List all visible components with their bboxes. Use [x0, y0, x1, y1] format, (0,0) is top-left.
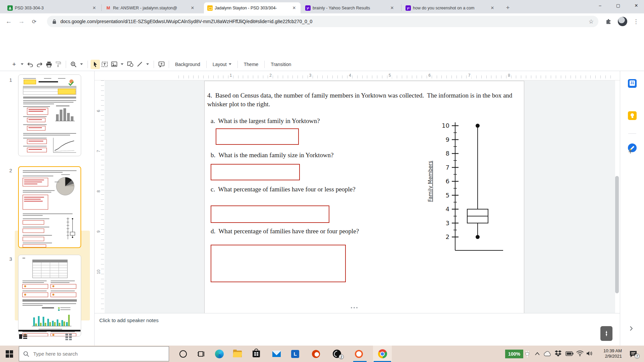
origin-icon[interactable]: [351, 346, 367, 362]
insert-comment-icon[interactable]: [157, 60, 166, 69]
slide-number-3: 3: [7, 256, 14, 262]
slides-header: Jadalynn Stayton - PSD 303/304-3 Reading…: [0, 29, 644, 58]
question-b-text[interactable]: b. What is the median family size in Yor…: [211, 152, 333, 159]
edge-icon[interactable]: [211, 346, 227, 362]
speaker-icon[interactable]: [586, 351, 593, 356]
xbox-icon[interactable]: 2: [329, 346, 345, 362]
clock[interactable]: 10:39 AM 2/9/2021: [596, 348, 622, 359]
slide-thumbnail-3[interactable]: [18, 255, 81, 337]
filmstrip-scrollbar[interactable]: [18, 330, 80, 331]
ruler-ticks: [178, 75, 611, 78]
new-slide-button[interactable]: +: [9, 60, 19, 69]
question-a-text[interactable]: a. What is the largest family in Yorktow…: [211, 117, 320, 125]
redo-icon[interactable]: [35, 60, 44, 69]
window-maximize-button[interactable]: ▢: [610, 0, 626, 11]
tab-close-icon[interactable]: ✕: [291, 5, 297, 11]
answer-box-b[interactable]: [211, 164, 300, 180]
add-addon-icon[interactable]: +: [628, 147, 633, 156]
browser-tab-5[interactable]: y! how do you screenshot on a com ✕: [402, 2, 499, 13]
window-close-button[interactable]: ✕: [629, 0, 644, 11]
answer-box-c[interactable]: [211, 205, 329, 223]
question-4-text[interactable]: 4. Based on Census data, the number of f…: [207, 91, 521, 109]
keep-icon[interactable]: [628, 111, 637, 120]
textbox-icon[interactable]: [100, 60, 109, 69]
dropbox-icon[interactable]: [555, 350, 561, 357]
paint-format-icon[interactable]: [54, 60, 63, 69]
task-view-icon[interactable]: [193, 346, 209, 362]
image-icon[interactable]: [109, 60, 119, 69]
svg-text:2: 2: [446, 233, 449, 240]
background-button[interactable]: Background: [172, 60, 204, 69]
shape-icon[interactable]: [125, 60, 135, 69]
back-icon[interactable]: ←: [4, 17, 13, 26]
browser-tab-1[interactable]: PSD 303-304-3 ✕: [4, 2, 101, 13]
extensions-icon[interactable]: [604, 17, 613, 26]
svg-text:3: 3: [446, 220, 449, 227]
window-minimize-button[interactable]: –: [592, 0, 608, 11]
slide-page[interactable]: 4. Based on Census data, the number of f…: [204, 81, 524, 313]
forward-icon[interactable]: →: [17, 17, 26, 26]
undo-icon[interactable]: [25, 60, 35, 69]
bookmark-star-icon[interactable]: ☆: [589, 18, 594, 25]
store-icon[interactable]: [248, 346, 264, 362]
theme-button[interactable]: Theme: [240, 60, 262, 69]
address-bar[interactable]: docs.google.com/presentation/d/11E-SZSgE…: [47, 16, 598, 27]
hide-panel-chevron-icon[interactable]: [630, 326, 633, 331]
question-c-text[interactable]: c. What percentage of families have four…: [211, 186, 356, 193]
notes-resize-handle[interactable]: [351, 307, 358, 308]
office-icon[interactable]: [308, 346, 324, 362]
layout-button[interactable]: Layout: [209, 60, 235, 69]
print-icon[interactable]: [44, 60, 54, 69]
new-tab-button[interactable]: +: [503, 3, 513, 13]
browser-profile-avatar[interactable]: [618, 17, 627, 26]
mail-icon[interactable]: [268, 346, 284, 362]
tray-expand-icon[interactable]: [535, 352, 540, 356]
slide-number-1: 1: [7, 77, 14, 83]
line-dropdown[interactable]: [146, 63, 149, 65]
zoom-icon[interactable]: [69, 60, 78, 69]
tab-close-icon[interactable]: ✕: [190, 5, 196, 11]
explore-button[interactable]: [600, 326, 612, 341]
question-d-text[interactable]: d. What percentage of families have thre…: [211, 228, 359, 235]
zoom-dropdown[interactable]: [80, 63, 83, 65]
grid-view-icon[interactable]: [65, 333, 72, 341]
chrome-taskbar-active[interactable]: [373, 346, 392, 362]
battery-percent-badge: 100%: [505, 350, 523, 358]
onedrive-icon[interactable]: [543, 351, 551, 356]
ruler-number: 6: [96, 108, 101, 114]
file-explorer-icon[interactable]: [229, 346, 246, 362]
line-icon[interactable]: [135, 60, 144, 69]
lockdown-browser-icon[interactable]: L: [287, 346, 303, 362]
tab-close-icon[interactable]: ✕: [389, 5, 395, 11]
tab-close-icon[interactable]: ✕: [91, 5, 97, 11]
select-cursor-icon[interactable]: [91, 60, 100, 69]
browser-tab-3-active[interactable]: Jadalynn Stayton - PSD 303/304- ✕: [204, 2, 301, 13]
answer-box-d[interactable]: [211, 245, 346, 282]
search-input[interactable]: [33, 351, 155, 357]
filmstrip-view-icon[interactable]: [19, 333, 28, 341]
notification-center-icon[interactable]: 7: [625, 346, 641, 362]
cortana-icon[interactable]: [175, 346, 191, 362]
browser-tab-2[interactable]: M Re: ANSWER - jadalynn.stayton@ ✕: [102, 2, 199, 13]
calendar-icon[interactable]: 31: [628, 79, 637, 88]
ruler-number: 8: [507, 73, 511, 78]
canvas-scrollbar[interactable]: [615, 176, 619, 293]
start-button[interactable]: [1, 346, 17, 362]
notification-badge: 7: [635, 354, 640, 359]
slide-thumbnail-1[interactable]: [18, 74, 81, 156]
speaker-notes-input[interactable]: Click to add speaker notes: [99, 317, 159, 323]
ruler-number: 10: [96, 268, 101, 275]
slide-thumbnail-2-selected[interactable]: [18, 166, 81, 248]
tab-divider: [401, 4, 401, 11]
answer-box-a[interactable]: [216, 128, 299, 145]
browser-tab-4[interactable]: y! brainly - Yahoo Search Results ✕: [302, 2, 398, 13]
image-dropdown[interactable]: [121, 63, 123, 65]
vertical-ruler: 678910: [95, 80, 105, 313]
reload-icon[interactable]: ⟳: [30, 17, 39, 26]
taskbar-search[interactable]: [19, 346, 169, 361]
transition-button[interactable]: Transition: [267, 60, 294, 69]
wifi-icon[interactable]: [576, 351, 584, 356]
browser-menu-icon[interactable]: ⋮: [631, 17, 641, 26]
new-slide-dropdown[interactable]: [21, 63, 23, 65]
tab-close-icon[interactable]: ✕: [489, 5, 495, 11]
